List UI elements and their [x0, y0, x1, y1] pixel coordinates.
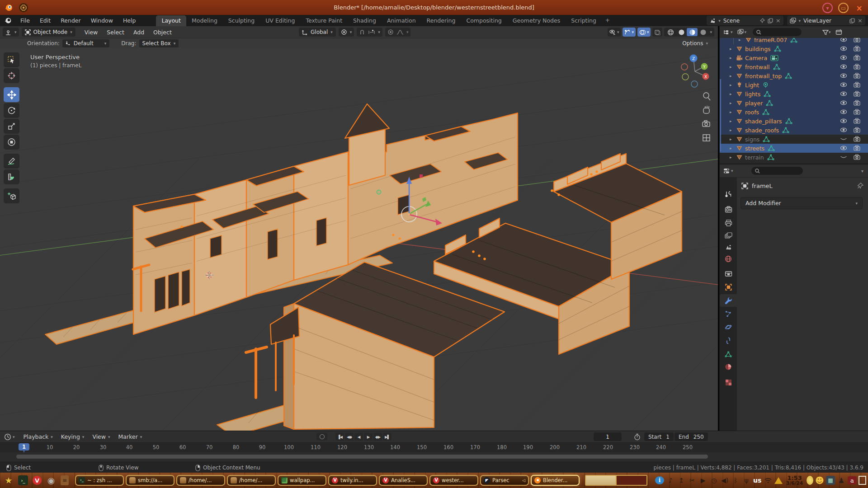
timeline-menu-item[interactable]: View▾ — [88, 433, 114, 440]
abiword-tray-icon[interactable]: a — [848, 476, 857, 484]
scissors-tray-icon[interactable]: ✂ — [688, 476, 697, 485]
visibility-eye-icon[interactable] — [840, 109, 847, 115]
outliner-row[interactable]: ▸ buildings — [720, 44, 868, 53]
pin-icon[interactable] — [760, 18, 765, 23]
timeline-menu-item[interactable]: Marker▾ — [114, 433, 146, 440]
visibility-eye-icon[interactable] — [840, 55, 847, 61]
tab-texture[interactable] — [720, 376, 737, 389]
properties-editor-icon[interactable] — [723, 168, 731, 174]
tab-object[interactable] — [720, 281, 737, 293]
taskbar-window-button[interactable]: ›_ V ◤ wester... ◁ — [429, 475, 478, 486]
rotate-tool[interactable] — [4, 103, 19, 118]
timeline-editor-icon[interactable] — [4, 433, 11, 441]
viewport-3d[interactable]: Z Y X — [0, 26, 718, 431]
calculator-tray-icon[interactable]: ▦ — [826, 476, 835, 485]
menu-item[interactable]: Edit — [35, 16, 56, 25]
viewport-menu-item[interactable]: Select — [102, 29, 129, 36]
shading-solid-button[interactable] — [676, 28, 687, 36]
tab-modifiers[interactable] — [720, 294, 737, 307]
timeline-scrollbar[interactable] — [0, 452, 868, 462]
blender-menu-logo-icon[interactable] — [4, 17, 12, 24]
render-visibility-icon[interactable] — [854, 154, 861, 160]
launcher-icon[interactable] — [61, 475, 69, 485]
expand-arrow-icon[interactable]: ▸ — [730, 92, 734, 96]
properties-object-name[interactable]: frameL — [752, 183, 773, 189]
render-visibility-icon[interactable] — [854, 46, 861, 52]
prev-keyframe-button[interactable]: ◀◆ — [345, 433, 354, 441]
usb-tray-icon[interactable]: ψ — [742, 476, 751, 485]
expand-arrow-icon[interactable]: ▸ — [730, 137, 734, 141]
options-button[interactable]: Options ▾ — [682, 40, 708, 47]
workspace-tab[interactable]: Sculpting — [223, 15, 260, 26]
info-tray-icon[interactable]: i — [655, 476, 664, 484]
wifi-tray-icon[interactable] — [764, 476, 773, 485]
window-maximize-button[interactable]: ▭ — [838, 3, 849, 13]
show-overlays-toggle[interactable]: ▾ — [637, 28, 651, 37]
select-box-tool[interactable] — [4, 52, 19, 67]
timeline-scroll-thumb[interactable] — [16, 455, 708, 459]
tab-scene[interactable] — [720, 241, 737, 253]
outliner-display-mode-icon[interactable] — [723, 29, 731, 35]
workspace-2[interactable] — [616, 476, 646, 485]
launcher-icon[interactable] — [46, 475, 56, 485]
object-name[interactable]: lights — [745, 91, 760, 98]
tab-particles[interactable] — [720, 308, 737, 320]
measure-tool[interactable] — [4, 169, 19, 184]
render-visibility-icon[interactable] — [854, 118, 861, 124]
tab-world[interactable] — [720, 253, 737, 265]
visibility-eye-icon[interactable] — [840, 154, 847, 160]
render-visibility-icon[interactable] — [854, 55, 861, 61]
menu-item[interactable]: Render — [56, 16, 86, 25]
jump-to-start-button[interactable]: ▐◀ — [335, 433, 344, 441]
drag-setting-dropdown[interactable]: Select Box ▾ — [139, 39, 179, 47]
viewport-menu-item[interactable]: View — [80, 29, 103, 36]
launcher-icon[interactable] — [33, 476, 42, 485]
workspace-tab[interactable]: Modeling — [186, 15, 223, 26]
outliner-scrollbar[interactable] — [720, 79, 721, 151]
add-modifier-button[interactable]: Add Modifier ▾ — [741, 197, 863, 209]
taskbar-window-button[interactable]: ›_ V ◤ ~ : zsh ... ◁ — [75, 475, 124, 486]
render-visibility-icon[interactable] — [854, 91, 861, 97]
auto-keying-toggle[interactable] — [316, 433, 327, 441]
cursor-tool[interactable] — [4, 68, 19, 83]
window-shade-button[interactable]: ▾ — [822, 3, 833, 13]
object-name[interactable]: frameR.007 — [754, 38, 787, 43]
render-visibility-icon[interactable] — [854, 136, 861, 142]
outliner-row[interactable]: ▸ shade_pillars — [720, 117, 868, 126]
menu-item[interactable]: Help — [118, 16, 141, 25]
move-tool[interactable] — [4, 87, 19, 102]
object-name[interactable]: buildings — [745, 46, 771, 52]
tab-physics[interactable] — [720, 321, 737, 333]
workspace-tab[interactable]: Geometry Nodes — [507, 15, 566, 26]
outliner-row[interactable]: ▸ Light — [720, 80, 868, 89]
play-button[interactable]: ▶ — [364, 433, 373, 441]
visibility-eye-icon[interactable] — [840, 145, 847, 151]
tab-tool[interactable] — [720, 188, 737, 200]
properties-search-input[interactable] — [751, 167, 803, 175]
add-cube-tool[interactable] — [4, 188, 19, 203]
visibility-eye-icon[interactable] — [840, 118, 847, 124]
orientation-setting-dropdown[interactable]: Default ▾ — [62, 39, 110, 47]
taskbar-window-button[interactable]: ›_ V ◤ wallpap... ◁ — [278, 475, 326, 486]
figure-tray-icon[interactable]: ♟ — [837, 476, 846, 485]
workspace-tab[interactable]: Rendering — [421, 15, 461, 26]
workspace-tab[interactable]: Animation — [382, 15, 421, 26]
outliner-filter-image-icon[interactable] — [737, 29, 745, 35]
taskbar-window-button[interactable]: ›_ V ◤ Parsec ◁ — [480, 475, 529, 486]
menu-item[interactable]: Window — [86, 16, 118, 25]
workspace-tab[interactable]: Shading — [348, 15, 382, 26]
outliner-row[interactable]: ▸ roofs — [720, 108, 868, 117]
end-frame-field[interactable]: End 250 — [675, 432, 708, 441]
clock-widget[interactable]: 1:53 3/6/24 — [786, 475, 803, 486]
warning-tray-icon[interactable] — [774, 477, 783, 484]
xray-toggle[interactable] — [652, 28, 662, 37]
bluetooth-tray-icon[interactable]: ᛒ — [731, 476, 740, 485]
start-frame-field[interactable]: Start 1 — [644, 432, 674, 441]
tab-material[interactable] — [720, 361, 737, 373]
next-keyframe-button[interactable]: ◆▶ — [373, 433, 382, 441]
object-name[interactable]: terrain — [745, 154, 764, 161]
launcher-icon[interactable] — [18, 475, 28, 485]
new-viewlayer-icon[interactable] — [849, 18, 855, 23]
snap-toggle-group[interactable]: ▾ — [357, 28, 382, 37]
render-visibility-icon[interactable] — [854, 38, 861, 43]
